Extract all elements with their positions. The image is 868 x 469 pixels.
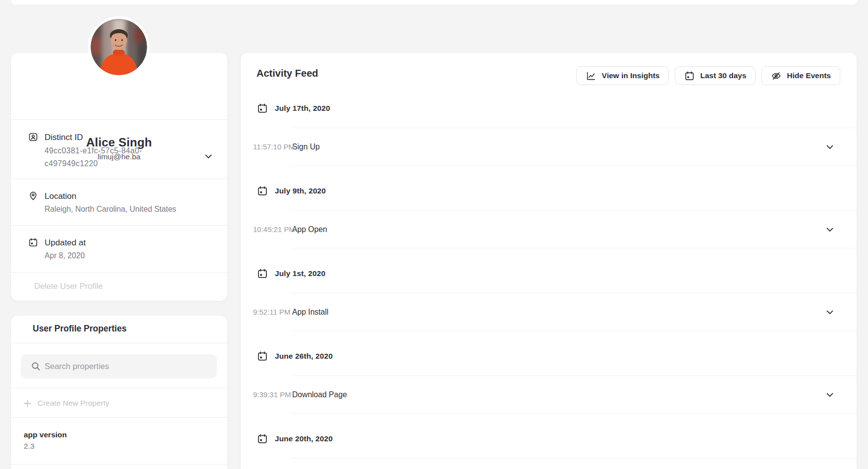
user-profile-card: Alice Singh limuj@he.ba Distinct ID 49cc… [11,53,227,301]
event-row[interactable]: 10:45:21 PM App Open [292,210,857,248]
chevron-down-icon[interactable] [826,310,833,315]
properties-title: User Profile Properties [33,324,127,334]
date-header: July 1st, 2020 [257,267,857,280]
plus-icon [24,400,31,407]
activity-feed-card: Activity Feed View in Insights Last 30 d… [241,53,857,469]
calendar-icon [28,237,38,247]
contact-card-icon [28,132,38,142]
divider [11,179,227,179]
search-properties-input[interactable] [45,354,208,378]
date-label: July 9th, 2020 [275,187,326,195]
top-bar-edge [11,0,857,4]
field-value-location: Raleigh, North Carolina, United States [45,204,176,214]
event-name: App Open [292,225,327,234]
field-value-updated-at: Apr 8, 2020 [45,251,85,261]
event-time: 10:45:21 PM [253,225,295,234]
feed-group: July 9th, 2020 10:45:21 PM App Open [241,185,857,248]
chevron-down-icon[interactable] [826,145,833,149]
field-value-distinct-id: 49cc0381-e1fc-57c5-84a0-c497949c1220 [45,144,167,170]
divider [11,417,227,418]
field-label-distinct-id: Distinct ID [45,132,83,143]
search-properties-box [21,354,217,378]
date-label: June 26th, 2020 [275,352,333,361]
search-icon [31,362,41,371]
feed-group: June 26th, 2020 9:39:31 PM Download Page [241,350,857,414]
event-time: 11:57:10 PM [253,142,295,151]
date-label: June 20th, 2020 [275,434,333,443]
divider [11,464,227,465]
date-header: July 17th, 2020 [257,102,857,115]
divider [11,272,227,273]
date-label: July 17th, 2020 [275,104,330,113]
calendar-icon [257,186,268,196]
field-label-updated-at: Updated at [45,237,86,248]
event-name: App Install [292,308,328,317]
date-header: June 20th, 2020 [257,432,857,445]
calendar-icon [257,433,268,444]
property-name: app version [24,430,67,440]
divider [11,343,227,343]
date-header: June 26th, 2020 [257,350,857,363]
activity-feed-list: July 17th, 2020 11:57:10 PM Sign Up July… [241,53,857,469]
property-value: 2.3 [24,441,67,451]
event-row[interactable]: 9:52:11 PM App Install [292,293,857,331]
divider [11,119,227,120]
event-row[interactable]: 9:39:31 PM Download Page [292,375,857,414]
feed-group: June 20th, 2020 [241,432,857,469]
feed-group: July 1st, 2020 9:52:11 PM App Install [241,267,857,331]
avatar [88,16,150,78]
divider [11,388,227,388]
calendar-icon [257,268,268,279]
event-time: 9:52:11 PM [253,308,291,316]
create-new-property-label: Create New Property [38,399,109,408]
calendar-icon [257,103,268,114]
field-label-location: Location [45,191,76,202]
property-row[interactable]: app version 2.3 [24,430,67,451]
feed-group: July 17th, 2020 11:57:10 PM Sign Up [241,102,857,166]
divider [11,225,227,226]
user-profile-properties-card: User Profile Properties Create New Prope… [11,316,227,469]
date-label: July 1st, 2020 [275,269,325,278]
delete-user-profile-button[interactable]: Delete User Profile [34,281,102,291]
date-header: July 9th, 2020 [257,185,857,197]
chevron-down-icon[interactable] [205,154,212,159]
event-name: Sign Up [292,142,320,151]
event-name: Download Page [292,390,347,399]
event-time: 9:39:31 PM [253,390,291,399]
calendar-icon [257,351,268,362]
create-new-property-button[interactable]: Create New Property [24,397,109,410]
event-row[interactable]: 11:57:10 PM Sign Up [292,128,857,166]
event-row-partial [292,458,857,469]
location-pin-icon [28,191,38,201]
chevron-down-icon[interactable] [826,228,833,232]
avatar-photo [91,19,147,75]
chevron-down-icon[interactable] [826,393,833,397]
